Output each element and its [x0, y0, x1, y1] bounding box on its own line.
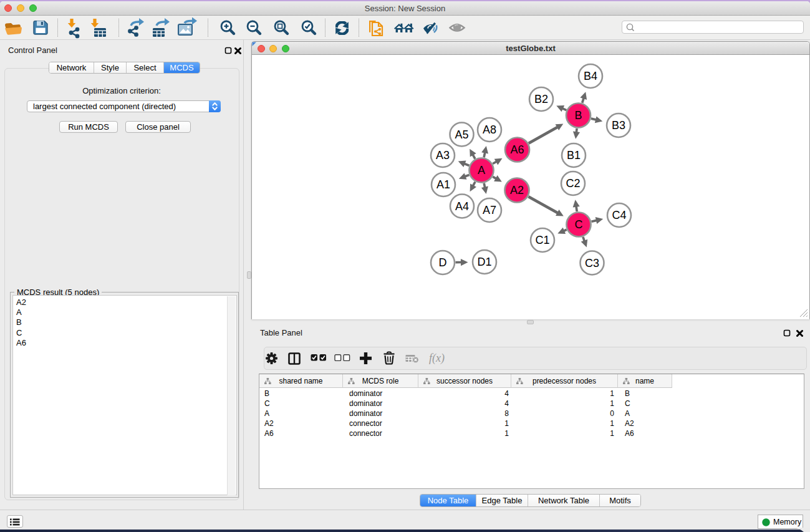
svg-text:D: D	[439, 256, 447, 269]
svg-text:A6: A6	[510, 143, 524, 156]
svg-text:B1: B1	[567, 149, 581, 162]
svg-text:A5: A5	[455, 128, 468, 141]
svg-text:A3: A3	[436, 149, 450, 162]
svg-text:D1: D1	[477, 256, 491, 268]
svg-text:C2: C2	[566, 177, 580, 190]
svg-text:A1: A1	[436, 178, 450, 191]
svg-text:C: C	[575, 218, 583, 231]
svg-text:B: B	[574, 109, 582, 122]
svg-text:B4: B4	[584, 70, 597, 82]
svg-text:C4: C4	[612, 209, 626, 221]
svg-text:C3: C3	[585, 257, 599, 269]
svg-text:A2: A2	[510, 184, 524, 196]
svg-text:A7: A7	[483, 204, 496, 216]
svg-text:A8: A8	[483, 123, 496, 136]
svg-text:B3: B3	[612, 119, 625, 132]
svg-text:C1: C1	[535, 234, 549, 246]
svg-text:A4: A4	[455, 200, 469, 213]
svg-text:B2: B2	[534, 93, 548, 105]
svg-text:A: A	[478, 164, 485, 177]
